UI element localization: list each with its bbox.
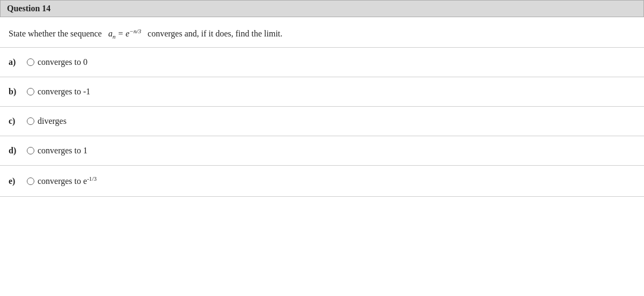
option-b-row: b) converges to -1 xyxy=(0,77,644,107)
option-d-row: d) converges to 1 xyxy=(0,136,644,166)
question-header: Question 14 xyxy=(0,0,644,17)
option-a-row: a) converges to 0 xyxy=(0,48,644,77)
question-body: State whether the sequence an = e−n/3 co… xyxy=(0,17,644,48)
option-c-row: c) diverges xyxy=(0,107,644,136)
option-d-text: converges to 1 xyxy=(38,146,87,156)
option-b-label: b) xyxy=(9,87,24,97)
option-c-radio[interactable] xyxy=(27,117,34,125)
option-c-label: c) xyxy=(9,116,24,126)
question-text: State whether the sequence an = e−n/3 co… xyxy=(9,29,282,38)
option-a-text: converges to 0 xyxy=(38,57,87,67)
sequence-expression: an = e−n/3 xyxy=(108,29,143,38)
option-e-label: e) xyxy=(9,176,24,186)
option-d-radio[interactable] xyxy=(27,147,34,154)
option-a-radio[interactable] xyxy=(27,58,34,66)
option-d-label: d) xyxy=(9,146,24,156)
option-b-text: converges to -1 xyxy=(38,87,90,97)
option-e-text: converges to e-1/3 xyxy=(38,175,97,186)
question-title: Question 14 xyxy=(7,4,50,13)
option-e-radio[interactable] xyxy=(27,177,34,185)
option-b-radio[interactable] xyxy=(27,88,34,95)
option-a-label: a) xyxy=(9,57,24,67)
option-c-text: diverges xyxy=(38,116,67,126)
option-e-row: e) converges to e-1/3 xyxy=(0,166,644,196)
